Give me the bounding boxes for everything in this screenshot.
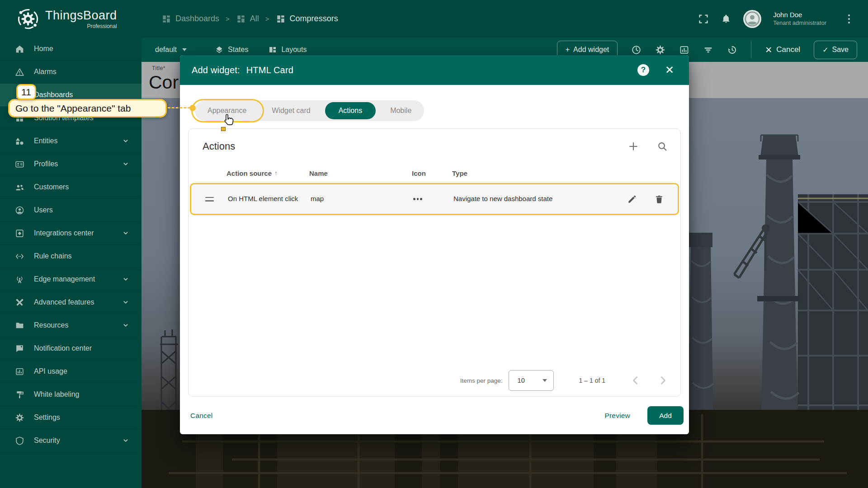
close-icon: ✕ [765, 45, 772, 55]
dialog-header: Add widget: HTML Card ? ✕ [180, 55, 689, 85]
sidebar-item-rule-chains[interactable]: Rule chains [0, 245, 142, 268]
breadcrumb-all[interactable]: All [236, 14, 259, 24]
tab-mobile[interactable]: Mobile [377, 100, 424, 121]
sidebar-item-integrations-center[interactable]: Integrations center [0, 222, 142, 245]
sidebar-item-resources[interactable]: Resources [0, 314, 142, 337]
sidebar-item-entities[interactable]: Entities [0, 130, 142, 153]
sidebar-item-alarms[interactable]: Alarms [0, 61, 142, 84]
close-icon[interactable]: ✕ [663, 63, 676, 77]
users-icon [15, 206, 24, 215]
thingsboard-logo-icon [16, 7, 40, 31]
breadcrumb: Dashboards > All > Compressors [161, 14, 338, 24]
sidebar-item-white-labeling[interactable]: White labeling [0, 383, 142, 406]
cell-type: Navigate to new dashboard state [453, 194, 614, 203]
layouts-button[interactable]: Layouts [268, 45, 307, 54]
plus-icon: + [566, 46, 570, 54]
items-per-page-label: Items per page: [460, 377, 503, 384]
chevron-down-icon [122, 160, 130, 168]
chevron-down-icon [122, 229, 130, 237]
notification-icon [15, 344, 24, 353]
gear-icon [15, 413, 24, 422]
breadcrumb-separator: > [265, 15, 269, 23]
sort-asc-icon: ↑ [274, 169, 278, 177]
add-button[interactable]: Add [647, 406, 684, 425]
fullscreen-icon[interactable] [698, 14, 709, 24]
shield-icon [15, 436, 24, 446]
sidebar-item-users[interactable]: Users [0, 199, 142, 222]
help-icon[interactable]: ? [637, 64, 649, 76]
more-menu-icon[interactable] [845, 13, 853, 25]
logo[interactable]: ThingsBoard Professional [0, 7, 142, 31]
drag-handle-icon[interactable] [205, 197, 214, 202]
column-action-source[interactable]: Action source ↑ [226, 169, 309, 177]
search-icon[interactable] [657, 141, 668, 152]
cancel-edit-button[interactable]: ✕ Cancel [765, 45, 800, 55]
timewindow-clock-icon[interactable] [631, 45, 642, 55]
folder-icon [15, 321, 24, 330]
dashboard-icon [161, 14, 171, 24]
breadcrumb-compressors[interactable]: Compressors [276, 14, 338, 24]
sidebar-item-advanced-features[interactable]: Advanced features [0, 291, 142, 314]
previous-page-icon[interactable] [630, 375, 642, 386]
step-number-badge: 11 [16, 84, 36, 100]
edit-pencil-icon[interactable] [627, 194, 637, 204]
home-icon [15, 44, 24, 54]
actions-panel-title: Actions [203, 141, 235, 152]
annotation-connector-dot [189, 105, 196, 111]
chevron-down-icon [122, 298, 130, 306]
title-field-label: Title* [152, 65, 165, 71]
check-icon: ✓ [822, 46, 828, 54]
column-type[interactable]: Type [452, 169, 616, 177]
paginator: Items per page: 10 1 – 1 of 1 [189, 365, 680, 396]
more-horiz-icon [413, 198, 443, 200]
dashboard-settings-gear-icon[interactable] [655, 45, 665, 55]
sidebar-item-profiles[interactable]: Profiles [0, 153, 142, 176]
rule-chains-icon [15, 252, 24, 261]
entities-icon [15, 136, 24, 146]
next-page-icon[interactable] [657, 375, 669, 386]
sidebar-item-notification-center[interactable]: Notification center [0, 337, 142, 360]
chevron-down-icon [122, 321, 130, 329]
entity-aliases-icon[interactable] [679, 45, 689, 55]
user-info[interactable]: John Doe Tenant administrator [773, 11, 826, 27]
add-action-icon[interactable] [628, 141, 639, 152]
hand-cursor-icon [222, 113, 235, 128]
column-icon[interactable]: Icon [412, 169, 452, 177]
state-select[interactable]: default [155, 46, 187, 54]
avatar[interactable] [743, 10, 761, 28]
title-field-value[interactable]: Cor [149, 72, 179, 93]
tab-widget-card[interactable]: Widget card [259, 100, 323, 121]
customers-icon [15, 183, 24, 192]
column-name[interactable]: Name [309, 169, 412, 177]
filters-icon[interactable] [703, 45, 713, 55]
chevron-down-icon [122, 275, 130, 283]
notifications-bell-icon[interactable] [721, 14, 731, 24]
paint-icon [15, 390, 24, 399]
step-instruction-tooltip: Go to the "Appearance" tab [8, 99, 167, 117]
sidebar-item-customers[interactable]: Customers [0, 176, 142, 199]
sidebar-item-security[interactable]: Security [0, 429, 142, 452]
action-table-row[interactable]: On HTML element click map Navigate to ne… [190, 183, 679, 215]
dialog-title: Add widget: [192, 65, 240, 75]
cell-action-source: On HTML element click [228, 194, 311, 203]
integrations-icon [15, 229, 24, 238]
logo-title: ThingsBoard [45, 9, 117, 23]
states-button[interactable]: States [215, 45, 248, 54]
sidebar-item-edge-management[interactable]: Edge management [0, 268, 142, 291]
items-per-page-select[interactable]: 10 [509, 370, 554, 391]
sidebar-item-settings[interactable]: Settings [0, 406, 142, 429]
preview-button[interactable]: Preview [604, 412, 630, 420]
chevron-down-icon [122, 137, 130, 145]
caret-down-icon [542, 379, 547, 382]
tab-actions[interactable]: Actions [325, 102, 376, 119]
delete-trash-icon[interactable] [654, 194, 664, 204]
dashboard-icon [276, 14, 286, 24]
sidebar-item-home[interactable]: Home [0, 38, 142, 61]
sidebar-item-api-usage[interactable]: API usage [0, 360, 142, 383]
version-history-icon[interactable] [727, 45, 737, 55]
breadcrumb-dashboards[interactable]: Dashboards [161, 14, 219, 24]
alarm-icon [15, 67, 24, 77]
save-button[interactable]: ✓ Save [814, 41, 857, 59]
dialog-cancel-button[interactable]: Cancel [190, 412, 212, 420]
dashboard-icon [236, 14, 246, 24]
